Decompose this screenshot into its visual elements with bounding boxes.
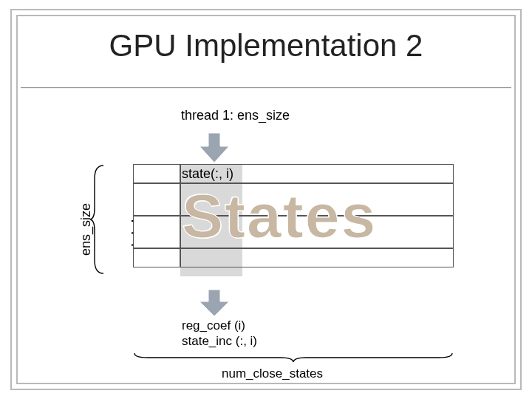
state-inc-label: state_inc (:, i)	[182, 333, 257, 349]
table-cell	[133, 164, 180, 183]
states-watermark: States	[182, 180, 377, 252]
title-divider	[21, 87, 511, 88]
table-cell	[133, 183, 180, 216]
table-cell	[133, 248, 180, 267]
output-labels: reg_coef (i) state_inc (:, i)	[182, 318, 257, 349]
arrow-down-icon	[197, 288, 232, 318]
slide-title: GPU Implementation 2	[0, 28, 532, 64]
thread-label: thread 1: ens_size	[181, 108, 290, 123]
ens-size-axis-label: ens_size	[78, 203, 94, 256]
num-close-states-label: num_close_states	[222, 366, 323, 381]
bottom-brace-icon	[133, 352, 454, 364]
reg-coef-label: reg_coef (i)	[182, 318, 257, 333]
arrow-down-icon	[197, 132, 232, 164]
vertical-ellipsis: . . .	[127, 219, 146, 249]
